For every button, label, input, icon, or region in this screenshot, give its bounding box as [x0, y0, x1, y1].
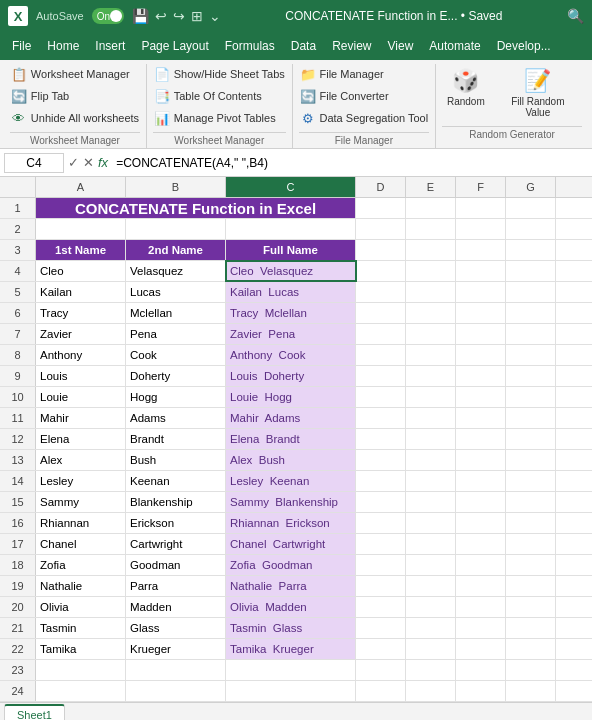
col-header-c[interactable]: C — [226, 177, 356, 197]
cell-c15[interactable]: Sammy Blankenship — [226, 492, 356, 512]
menu-formulas[interactable]: Formulas — [217, 35, 283, 57]
cell-b18[interactable]: Goodman — [126, 555, 226, 575]
data-segregation-button[interactable]: ⚙ Data Segregation Tool — [296, 108, 433, 128]
cell-b11[interactable]: Adams — [126, 408, 226, 428]
cell-a20[interactable]: Olivia — [36, 597, 126, 617]
cell-g4[interactable] — [506, 261, 556, 281]
cancel-icon[interactable]: ✕ — [83, 155, 94, 170]
menu-view[interactable]: View — [380, 35, 422, 57]
cell-e10[interactable] — [406, 387, 456, 407]
cell-d22[interactable] — [356, 639, 406, 659]
cell-e9[interactable] — [406, 366, 456, 386]
cell-c8[interactable]: Anthony Cook — [226, 345, 356, 365]
cell-d18[interactable] — [356, 555, 406, 575]
cell-c21[interactable]: Tasmin Glass — [226, 618, 356, 638]
cell-g23[interactable] — [506, 660, 556, 680]
cell-d6[interactable] — [356, 303, 406, 323]
cell-e12[interactable] — [406, 429, 456, 449]
cell-c19[interactable]: Nathalie Parra — [226, 576, 356, 596]
cell-a2[interactable] — [36, 219, 126, 239]
cell-f14[interactable] — [456, 471, 506, 491]
cell-f15[interactable] — [456, 492, 506, 512]
cell-c12[interactable]: Elena Brandt — [226, 429, 356, 449]
cell-d17[interactable] — [356, 534, 406, 554]
cell-f2[interactable] — [456, 219, 506, 239]
cell-b5[interactable]: Lucas — [126, 282, 226, 302]
cell-g15[interactable] — [506, 492, 556, 512]
cell-b24[interactable] — [126, 681, 226, 701]
menu-page-layout[interactable]: Page Layout — [133, 35, 216, 57]
cell-e14[interactable] — [406, 471, 456, 491]
cell-g3[interactable] — [506, 240, 556, 260]
cell-c23[interactable] — [226, 660, 356, 680]
menu-automate[interactable]: Automate — [421, 35, 488, 57]
cell-a15[interactable]: Sammy — [36, 492, 126, 512]
cell-c13[interactable]: Alex Bush — [226, 450, 356, 470]
cell-a7[interactable]: Zavier — [36, 324, 126, 344]
cell-e2[interactable] — [406, 219, 456, 239]
cell-a17[interactable]: Chanel — [36, 534, 126, 554]
cell-b6[interactable]: Mclellan — [126, 303, 226, 323]
cell-b20[interactable]: Madden — [126, 597, 226, 617]
cell-d19[interactable] — [356, 576, 406, 596]
redo-icon[interactable]: ↪ — [173, 8, 185, 24]
cell-f6[interactable] — [456, 303, 506, 323]
file-manager-button[interactable]: 📁 File Manager — [296, 64, 433, 84]
formula-input[interactable] — [112, 154, 588, 172]
cell-e15[interactable] — [406, 492, 456, 512]
cell-c4[interactable]: Cleo Velasquez — [226, 261, 356, 281]
cell-g11[interactable] — [506, 408, 556, 428]
cell-a11[interactable]: Mahir — [36, 408, 126, 428]
cell-a8[interactable]: Anthony — [36, 345, 126, 365]
manage-pivot-button[interactable]: 📊 Manage Pivot Tables — [150, 108, 289, 128]
cell-b15[interactable]: Blankenship — [126, 492, 226, 512]
cell-a21[interactable]: Tasmin — [36, 618, 126, 638]
cell-a4[interactable]: Cleo — [36, 261, 126, 281]
cell-f1[interactable] — [456, 198, 506, 218]
cell-d15[interactable] — [356, 492, 406, 512]
cell-f3[interactable] — [456, 240, 506, 260]
cell-c7[interactable]: Zavier Pena — [226, 324, 356, 344]
table-of-contents-button[interactable]: 📑 Table Of Contents — [150, 86, 289, 106]
cell-c20[interactable]: Olivia Madden — [226, 597, 356, 617]
cell-f23[interactable] — [456, 660, 506, 680]
cell-d4[interactable] — [356, 261, 406, 281]
cell-e11[interactable] — [406, 408, 456, 428]
cell-f8[interactable] — [456, 345, 506, 365]
cell-f7[interactable] — [456, 324, 506, 344]
cell-b8[interactable]: Cook — [126, 345, 226, 365]
cell-c16[interactable]: Rhiannan Erickson — [226, 513, 356, 533]
window-controls[interactable]: 🔍 — [567, 8, 584, 24]
cell-e13[interactable] — [406, 450, 456, 470]
grid-icon[interactable]: ⊞ — [191, 8, 203, 24]
cell-f24[interactable] — [456, 681, 506, 701]
cell-d11[interactable] — [356, 408, 406, 428]
cell-b22[interactable]: Krueger — [126, 639, 226, 659]
cell-g22[interactable] — [506, 639, 556, 659]
cell-c14[interactable]: Lesley Keenan — [226, 471, 356, 491]
cell-g24[interactable] — [506, 681, 556, 701]
cell-a9[interactable]: Louis — [36, 366, 126, 386]
cell-e3[interactable] — [406, 240, 456, 260]
fill-random-button[interactable]: 📝 Fill Random Value — [494, 64, 582, 122]
cell-f18[interactable] — [456, 555, 506, 575]
cell-a10[interactable]: Louie — [36, 387, 126, 407]
cell-f22[interactable] — [456, 639, 506, 659]
cell-d13[interactable] — [356, 450, 406, 470]
col-header-g[interactable]: G — [506, 177, 556, 197]
cell-a16[interactable]: Rhiannan — [36, 513, 126, 533]
cell-g13[interactable] — [506, 450, 556, 470]
cell-g8[interactable] — [506, 345, 556, 365]
unhide-all-button[interactable]: 👁 Unhide All worksheets — [7, 108, 143, 128]
cell-e5[interactable] — [406, 282, 456, 302]
cell-f17[interactable] — [456, 534, 506, 554]
cell-f5[interactable] — [456, 282, 506, 302]
menu-develop[interactable]: Develop... — [489, 35, 559, 57]
flip-tab-button[interactable]: 🔄 Flip Tab — [7, 86, 143, 106]
customize-icon[interactable]: ⌄ — [209, 8, 221, 24]
cell-d7[interactable] — [356, 324, 406, 344]
cell-b2[interactable] — [126, 219, 226, 239]
cell-a3[interactable]: 1st Name — [36, 240, 126, 260]
cell-a6[interactable]: Tracy — [36, 303, 126, 323]
col-header-e[interactable]: E — [406, 177, 456, 197]
